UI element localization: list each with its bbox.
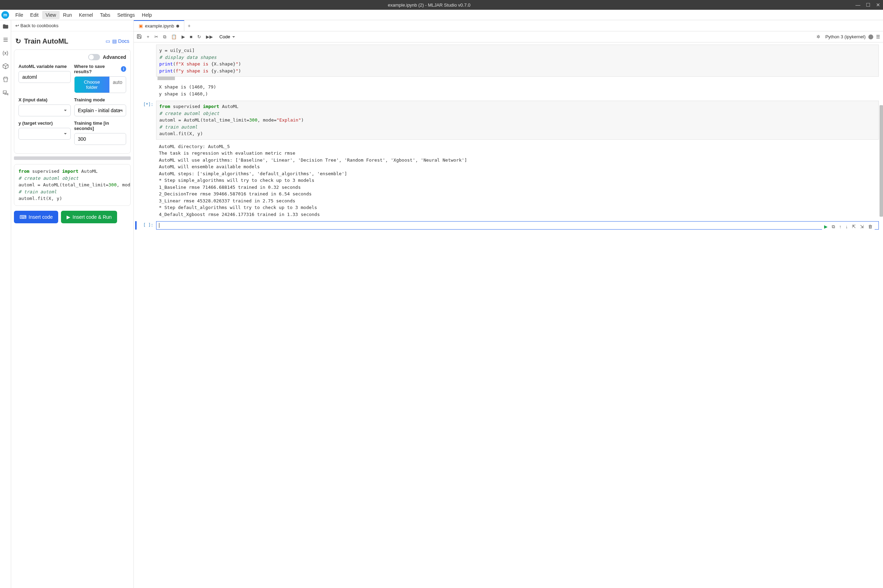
active-cell-indicator bbox=[135, 221, 137, 230]
info-icon[interactable]: i bbox=[121, 66, 126, 72]
menu-run[interactable]: Run bbox=[60, 11, 76, 19]
docs-icon: ▤ bbox=[112, 38, 117, 44]
save-icon[interactable] bbox=[137, 34, 142, 40]
cell-prompt-empty: [ ]: bbox=[137, 221, 156, 230]
x-input-select[interactable] bbox=[18, 105, 71, 116]
y-target-label: y (target vector) bbox=[18, 120, 71, 126]
cell-duplicate-icon[interactable]: ⧉ bbox=[832, 224, 835, 230]
menu-file[interactable]: File bbox=[12, 11, 27, 19]
window-title: example.ipynb (2) - MLJAR Studio v0.7.0 bbox=[3, 3, 856, 8]
training-mode-select[interactable]: Explain - initial data exploration bbox=[74, 105, 126, 116]
tab-example-ipynb[interactable]: ▣ example.ipynb bbox=[134, 20, 184, 31]
panel-title: ↻ Train AutoML bbox=[15, 37, 103, 45]
paste-icon[interactable]: 📋 bbox=[171, 34, 177, 39]
cell-delete-icon[interactable]: 🗑 bbox=[868, 224, 872, 230]
save-results-label: Where to save results? i bbox=[74, 64, 126, 74]
notebook-toolbar: + ✂ ⧉ 📋 ▶ ■ ↻ ▶▶ Code ✲ Python 3 (ipyker… bbox=[134, 32, 883, 42]
insert-code-button[interactable]: ⌨ Insert code bbox=[14, 211, 58, 223]
code-cell-editor[interactable]: from supervised import AutoML # create a… bbox=[156, 100, 879, 140]
package-icon[interactable] bbox=[2, 63, 9, 70]
notebook-panel: ▣ example.ipynb + + ✂ ⧉ 📋 ▶ ■ ↻ ▶▶ Code … bbox=[134, 20, 883, 588]
chat-icon[interactable] bbox=[2, 89, 9, 96]
tab-bar: ▣ example.ipynb + bbox=[134, 20, 883, 32]
docs-link[interactable]: ▤ Docs bbox=[112, 38, 129, 44]
add-cell-icon[interactable]: + bbox=[147, 34, 150, 39]
bug-icon[interactable]: ✲ bbox=[817, 34, 820, 39]
y-target-select[interactable] bbox=[18, 128, 71, 140]
activity-bar: (x) bbox=[0, 20, 11, 588]
code-cell[interactable]: [*]: from supervised import AutoML # cre… bbox=[135, 100, 879, 140]
output-cell: AutoML directory: AutoML_5 The task is r… bbox=[135, 142, 879, 219]
cell-move-up-icon[interactable]: ↑ bbox=[839, 224, 841, 230]
cookbook-panel: ↩ Back to cookbooks ↻ Train AutoML ▭ ▤ D… bbox=[11, 20, 134, 588]
run-icon[interactable]: ▶ bbox=[182, 34, 185, 39]
code-preview: from supervised import AutoML # create a… bbox=[14, 164, 131, 206]
restart-icon[interactable]: ↻ bbox=[197, 34, 201, 39]
vertical-scrollbar[interactable] bbox=[880, 105, 883, 217]
new-tab-button[interactable]: + bbox=[184, 20, 194, 31]
cell-move-down-icon[interactable]: ↓ bbox=[846, 224, 848, 230]
app-logo-icon: m bbox=[2, 11, 9, 19]
choose-folder-button[interactable]: Choose folder bbox=[75, 76, 110, 93]
cell-output: AutoML directory: AutoML_5 The task is r… bbox=[156, 142, 879, 219]
window-titlebar: example.ipynb (2) - MLJAR Studio v0.7.0 … bbox=[0, 0, 883, 10]
kernel-name[interactable]: Python 3 (ipykernel) bbox=[825, 34, 866, 39]
var-name-label: AutoML variable name bbox=[18, 64, 71, 69]
folder-value: auto bbox=[110, 76, 126, 93]
cell-insert-below-icon[interactable]: ⇲ bbox=[860, 224, 864, 230]
close-icon[interactable]: ✕ bbox=[876, 2, 880, 8]
notebook-icon: ▣ bbox=[139, 23, 143, 28]
notebook-body[interactable]: y = ui[y_cui] # display data shapes prin… bbox=[134, 42, 883, 588]
training-time-input[interactable] bbox=[74, 133, 126, 145]
play-icon: ▶ bbox=[66, 214, 71, 220]
advanced-toggle[interactable] bbox=[88, 54, 100, 60]
code-cell-active[interactable]: [ ]: ▶ ⧉ ↑ ↓ ⇱ ⇲ 🗑 | bbox=[135, 221, 879, 230]
cell-horizontal-scrollbar[interactable] bbox=[156, 76, 879, 80]
kernel-menu-icon[interactable]: ☰ bbox=[876, 34, 880, 39]
folder-icon[interactable] bbox=[2, 23, 9, 30]
cut-icon[interactable]: ✂ bbox=[155, 34, 158, 39]
automl-icon: ↻ bbox=[15, 37, 21, 45]
menu-settings[interactable]: Settings bbox=[114, 11, 139, 19]
menu-view[interactable]: View bbox=[42, 11, 60, 19]
advanced-label: Advanced bbox=[103, 54, 126, 60]
menubar: m File Edit View Run Kernel Tabs Setting… bbox=[0, 10, 883, 20]
list-icon[interactable] bbox=[2, 36, 9, 43]
tab-dirty-icon[interactable] bbox=[176, 25, 179, 27]
cell-run-icon[interactable]: ▶ bbox=[824, 224, 827, 230]
back-to-cookbooks-link[interactable]: ↩ Back to cookbooks bbox=[11, 20, 134, 32]
menu-edit[interactable]: Edit bbox=[27, 11, 42, 19]
code-cell[interactable]: y = ui[y_cui] # display data shapes prin… bbox=[135, 45, 879, 80]
training-mode-label: Training mode bbox=[74, 97, 126, 102]
cell-insert-above-icon[interactable]: ⇱ bbox=[852, 224, 856, 230]
window-icon[interactable]: ▭ bbox=[105, 38, 110, 44]
copy-icon[interactable]: ⧉ bbox=[163, 34, 166, 40]
var-name-input[interactable] bbox=[18, 71, 71, 83]
variable-icon[interactable]: (x) bbox=[2, 50, 9, 56]
menu-kernel[interactable]: Kernel bbox=[75, 11, 96, 19]
output-cell: X shape is (1460, 79) y shape is (1460,) bbox=[135, 82, 879, 99]
cell-action-bar: ▶ ⧉ ↑ ↓ ⇱ ⇲ 🗑 bbox=[822, 223, 875, 230]
training-time-label: Training time [in seconds] bbox=[74, 120, 126, 131]
minimize-icon[interactable]: — bbox=[856, 2, 860, 8]
kernel-status-icon[interactable] bbox=[868, 34, 873, 39]
recipe-icon[interactable] bbox=[2, 76, 9, 83]
menu-help[interactable]: Help bbox=[138, 11, 155, 19]
x-input-label: X (input data) bbox=[18, 97, 71, 102]
cell-prompt-running: [*]: bbox=[135, 100, 156, 140]
code-cell-editor[interactable]: y = ui[y_cui] # display data shapes prin… bbox=[156, 45, 879, 76]
insert-icon: ⌨ bbox=[20, 214, 27, 220]
maximize-icon[interactable]: ☐ bbox=[866, 2, 871, 8]
automl-form: Advanced AutoML variable name Where to s… bbox=[14, 50, 131, 154]
fast-forward-icon[interactable]: ▶▶ bbox=[206, 34, 213, 39]
insert-code-run-button[interactable]: ▶ Insert code & Run bbox=[61, 211, 117, 223]
menu-tabs[interactable]: Tabs bbox=[96, 11, 114, 19]
cell-output: X shape is (1460, 79) y shape is (1460,) bbox=[156, 82, 879, 99]
horizontal-scrollbar[interactable] bbox=[14, 156, 131, 160]
cell-type-select[interactable]: Code bbox=[218, 33, 237, 40]
stop-icon[interactable]: ■ bbox=[190, 34, 193, 39]
empty-code-input[interactable]: | bbox=[156, 221, 879, 230]
